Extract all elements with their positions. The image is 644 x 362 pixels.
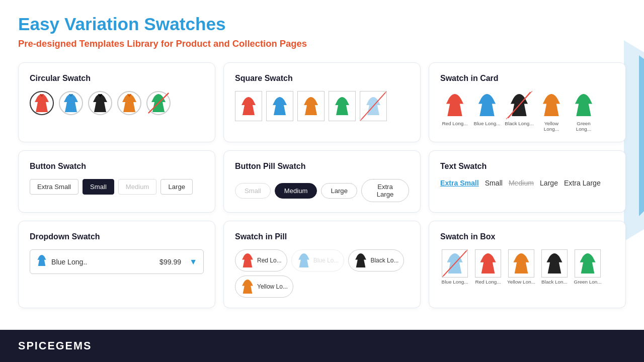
swatch-in-card-card: Swatch in Card Red Long... Blue Long... <box>429 62 626 142</box>
card-swatch-green-label: Green Long... <box>569 121 598 132</box>
footer-brand: SPICEGEMS <box>18 339 92 352</box>
swatch-in-pill-title: Swatch in Pill <box>235 232 409 241</box>
swatch-in-box-title: Swatch in Box <box>440 232 614 241</box>
pill-medium[interactable]: Medium <box>275 183 317 199</box>
text-large[interactable]: Large <box>540 179 558 187</box>
box-swatch-green[interactable]: Green Lon... <box>573 249 602 285</box>
text-swatch-title: Text Swatch <box>440 162 614 171</box>
button-pill-swatch-card: Button Pill Swatch Small Medium Large Ex… <box>223 150 421 213</box>
box-swatch-blue-label: Blue Long... <box>442 279 468 285</box>
box-swatch-yellow[interactable]: Yellow Lon... <box>507 249 536 285</box>
pill-img-black-label: Black Lo... <box>370 257 398 264</box>
btn-medium[interactable]: Medium <box>118 179 157 195</box>
header: Easy Variation Swatches Pre-designed Tem… <box>0 0 644 54</box>
pill-img-red-label: Red Lo... <box>257 257 282 264</box>
square-swatch-card: Square Swatch <box>223 62 421 142</box>
square-swatches <box>235 91 409 121</box>
subtitle: Pre-designed Templates Library for Produ… <box>18 38 626 49</box>
pill-large[interactable]: Large <box>321 183 357 199</box>
box-swatch-blue[interactable]: Blue Long... <box>440 249 469 285</box>
btn-extra-small[interactable]: Extra Small <box>30 179 78 195</box>
pill-img-red[interactable]: Red Lo... <box>235 249 287 272</box>
button-pill-swatch-title: Button Pill Swatch <box>235 162 409 171</box>
card-swatch-blue-label: Blue Long... <box>474 121 501 126</box>
swatch-in-card-title: Swatch in Card <box>440 74 614 83</box>
pill-img-yellow-label: Yellow Lo... <box>257 283 288 290</box>
svg-line-2 <box>508 92 531 118</box>
circ-swatch-green[interactable] <box>146 91 171 115</box>
button-swatches: Extra Small Small Medium Large <box>30 179 204 195</box>
text-extra-small[interactable]: Extra Small <box>440 179 479 187</box>
circ-swatch-blue[interactable] <box>59 91 83 115</box>
circular-swatch-title: Circular Swatch <box>30 74 204 83</box>
box-swatch-yellow-label: Yellow Lon... <box>507 279 535 285</box>
circular-swatches <box>30 91 204 115</box>
box-swatch-red-label: Red Long... <box>475 279 501 285</box>
dropdown-value: Blue Long.. <box>51 258 155 266</box>
text-medium[interactable]: Medium <box>509 179 534 187</box>
btn-large[interactable]: Large <box>160 179 193 195</box>
pill-img-blue[interactable]: Blue Lo... <box>291 249 345 272</box>
swatch-grid: Circular Swatch <box>0 54 644 316</box>
card-swatch-green[interactable]: Green Long... <box>569 91 598 132</box>
dropdown-swatch-control[interactable]: Blue Long.. $99.99 ▼ <box>30 249 204 274</box>
box-swatch-green-label: Green Lon... <box>574 279 601 285</box>
box-swatches: Blue Long... Red Long... Yellow Lon... B… <box>440 249 614 285</box>
sq-swatch-cyan[interactable] <box>360 91 387 121</box>
circ-swatch-black[interactable] <box>88 91 112 115</box>
main-title: Easy Variation Swatches <box>18 14 626 34</box>
pill-extra-large[interactable]: Extra Large <box>361 179 409 202</box>
btn-small[interactable]: Small <box>83 179 114 195</box>
card-swatch-black[interactable]: Black Long... <box>505 91 534 126</box>
svg-line-0 <box>148 93 169 113</box>
pill-img-yellow[interactable]: Yellow Lo... <box>235 276 293 298</box>
box-swatch-red[interactable]: Red Long... <box>473 249 503 285</box>
card-swatch-yellow[interactable]: Yellow Long... <box>537 91 566 132</box>
circular-swatch-card: Circular Swatch <box>18 62 215 142</box>
text-swatches: Extra Small Small Medium Large Extra Lar… <box>440 179 614 187</box>
dropdown-swatch-card: Dropdown Swatch Blue Long.. $99.99 ▼ <box>18 221 215 308</box>
footer: SPICEGEMS <box>0 330 644 362</box>
card-swatch-red[interactable]: Red Long... <box>440 91 469 126</box>
pill-small[interactable]: Small <box>235 183 271 199</box>
svg-line-1 <box>361 93 385 120</box>
card-swatches: Red Long... Blue Long... Black Long... <box>440 91 614 132</box>
square-swatch-title: Square Swatch <box>235 74 409 83</box>
sq-swatch-green[interactable] <box>329 91 356 121</box>
pill-swatches: Small Medium Large Extra Large <box>235 179 409 202</box>
card-swatch-black-label: Black Long... <box>505 121 533 126</box>
text-swatch-card: Text Swatch Extra Small Small Medium Lar… <box>429 150 626 213</box>
pill-img-swatches: Red Lo... Blue Lo... Black Lo... Yellow … <box>235 249 409 298</box>
sq-swatch-blue[interactable] <box>266 91 293 121</box>
swatch-in-pill-card: Swatch in Pill Red Lo... Blue Lo... Blac… <box>223 221 421 308</box>
dropdown-dress-icon <box>36 254 47 269</box>
box-swatch-black-label: Black Lon... <box>541 279 568 285</box>
circ-swatch-orange[interactable] <box>117 91 141 115</box>
card-swatch-red-label: Red Long... <box>442 121 467 126</box>
card-swatch-yellow-label: Yellow Long... <box>537 121 566 132</box>
swatch-in-box-card: Swatch in Box Blue Long... Red Long... <box>429 221 626 308</box>
sq-swatch-orange[interactable] <box>297 91 325 121</box>
box-swatch-black[interactable]: Black Lon... <box>540 249 569 285</box>
button-swatch-card: Button Swatch Extra Small Small Medium L… <box>18 150 215 213</box>
pill-img-blue-label: Blue Lo... <box>313 257 339 264</box>
text-extra-large[interactable]: Extra Large <box>564 179 601 187</box>
card-swatch-blue[interactable]: Blue Long... <box>472 91 502 126</box>
text-small[interactable]: Small <box>485 179 503 187</box>
title-black: Easy <box>18 14 64 34</box>
circ-swatch-red[interactable] <box>30 91 54 115</box>
pill-img-black[interactable]: Black Lo... <box>348 249 404 272</box>
dropdown-swatch-title: Dropdown Swatch <box>30 232 204 241</box>
title-blue: Variation Swatches <box>64 14 226 34</box>
dropdown-price: $99.99 <box>159 258 181 266</box>
sq-swatch-red[interactable] <box>235 91 262 121</box>
button-swatch-title: Button Swatch <box>30 162 204 171</box>
dropdown-arrow-icon: ▼ <box>189 257 197 266</box>
svg-line-3 <box>443 251 466 276</box>
